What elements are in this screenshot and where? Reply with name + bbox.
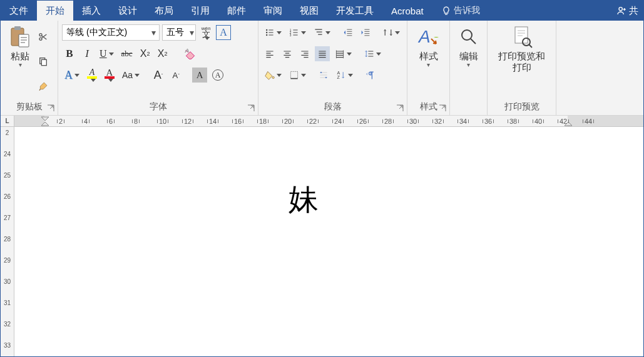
underline-button[interactable]: U — [97, 46, 116, 61]
ruler-tick: 38 — [508, 116, 519, 127]
text-direction-button[interactable] — [381, 25, 402, 40]
styles-icon: A — [417, 24, 440, 49]
paste-button[interactable]: 粘贴 ▾ — [4, 23, 36, 100]
distributed-button[interactable] — [332, 46, 354, 61]
ruler-tick: 18 — [257, 116, 268, 127]
clear-format-button[interactable]: A — [181, 46, 199, 61]
char-border-button[interactable]: A — [216, 25, 231, 40]
editing-button[interactable]: 编辑 ▾ — [454, 23, 483, 101]
show-marks-button[interactable] — [363, 68, 378, 83]
ruler-tick: 30 — [1, 278, 14, 285]
decrease-indent-button[interactable] — [340, 25, 355, 40]
bold-button[interactable]: B — [62, 46, 77, 61]
align-justify-button[interactable] — [315, 46, 330, 61]
ruler-corner: L — [1, 116, 14, 127]
highlight-button[interactable]: A — [84, 68, 100, 83]
print-preview-button[interactable]: 打印预览和打印 — [493, 23, 550, 100]
change-case-button[interactable]: Aa — [120, 68, 142, 83]
styles-button[interactable]: A 样式 ▾ — [412, 23, 445, 100]
ruler-tick: 26 — [1, 193, 14, 200]
svg-point-11 — [266, 34, 267, 36]
tab-home[interactable]: 开始 — [37, 1, 73, 21]
tab-view[interactable]: 视图 — [291, 1, 327, 21]
superscript-button[interactable]: X2 — [155, 46, 170, 61]
svg-text:3: 3 — [290, 34, 292, 37]
ruler-tick: 32 — [432, 116, 444, 127]
align-right-button[interactable] — [297, 46, 312, 61]
tab-acrobat[interactable]: Acrobat — [382, 1, 432, 21]
share-label: 共 — [629, 5, 638, 17]
paste-icon — [9, 24, 31, 49]
font-launcher[interactable] — [247, 104, 255, 113]
svg-rect-7 — [41, 60, 46, 66]
ruler-tick: 27 — [1, 214, 14, 221]
line-spacing-button[interactable] — [362, 46, 384, 61]
paragraph-launcher[interactable] — [396, 104, 404, 113]
group-label-print: 打印预览 — [488, 100, 556, 115]
italic-button[interactable]: I — [79, 46, 95, 61]
tab-file[interactable]: 文件 — [1, 1, 37, 21]
vertical-ruler[interactable]: 224252627282930313233 — [1, 127, 14, 357]
grow-font-button[interactable]: Aˆ — [151, 68, 166, 83]
font-name-combo[interactable]: 等线 (中文正文)▾ — [62, 24, 160, 41]
text-effects-button[interactable]: A — [62, 68, 82, 83]
align-left-button[interactable] — [262, 46, 277, 61]
font-size-combo[interactable]: 五号▾ — [162, 24, 196, 41]
tab-review[interactable]: 审阅 — [255, 1, 291, 21]
bullets-button[interactable] — [262, 25, 284, 40]
tell-me-label: 告诉我 — [454, 5, 480, 16]
clipboard-launcher[interactable] — [46, 104, 55, 113]
strike-button[interactable]: abc — [119, 46, 135, 61]
share-button[interactable]: 共 — [611, 1, 643, 21]
group-print-preview: 打印预览和打印 打印预览 — [488, 21, 556, 115]
increase-indent-button[interactable] — [358, 25, 373, 40]
enclose-char-button[interactable]: A — [210, 68, 226, 83]
char-shading-button[interactable]: A — [192, 68, 207, 83]
lightbulb-icon — [441, 6, 451, 16]
shading-button[interactable] — [262, 68, 284, 83]
font-name-value: 等线 (中文正文) — [63, 27, 148, 38]
format-painter-button[interactable] — [36, 79, 51, 94]
svg-text:Z: Z — [337, 74, 340, 80]
group-editing: 编辑 ▾ — [450, 21, 488, 115]
sort-button[interactable]: AZ — [334, 68, 355, 83]
group-styles: A 样式 ▾ 样式 — [407, 21, 450, 115]
paintbrush-icon — [38, 81, 48, 91]
left-indent-marker[interactable] — [41, 116, 49, 126]
svg-point-15 — [272, 76, 274, 78]
borders-button[interactable] — [287, 68, 309, 83]
tab-mailings[interactable]: 邮件 — [218, 1, 255, 21]
launcher-icon — [247, 104, 255, 113]
multilevel-list-button[interactable] — [311, 25, 333, 40]
svg-point-0 — [619, 8, 622, 11]
tab-references[interactable]: 引用 — [182, 1, 218, 21]
snap-to-grid-button[interactable] — [316, 68, 331, 83]
cut-button[interactable] — [36, 29, 51, 44]
document-page[interactable]: 妹 — [26, 129, 643, 357]
multilevel-icon — [314, 28, 324, 38]
shrink-font-button[interactable]: Aˇ — [168, 68, 183, 83]
svg-point-9 — [266, 29, 267, 31]
phonetic-guide-button[interactable]: wén文 — [198, 25, 213, 40]
ruler-tick: 2 — [57, 116, 64, 127]
ruler-tick: 24 — [1, 151, 14, 158]
indent-icon — [360, 28, 371, 38]
numbering-button[interactable]: 123 — [287, 25, 309, 40]
font-color-button[interactable]: A — [102, 68, 117, 83]
ruler-tick: 44 — [583, 116, 594, 127]
tab-developer[interactable]: 开发工具 — [327, 1, 382, 21]
ruler-tick: 28 — [1, 236, 14, 243]
grid-align-icon — [319, 70, 329, 80]
styles-launcher[interactable] — [438, 104, 447, 113]
tab-insert[interactable]: 插入 — [73, 1, 110, 21]
tab-layout[interactable]: 布局 — [146, 1, 182, 21]
subscript-button[interactable]: X2 — [138, 46, 153, 61]
document-text: 妹 — [289, 179, 319, 219]
horizontal-ruler[interactable]: 2468101214161820222426283032343638404244 — [14, 116, 643, 127]
copy-button[interactable] — [36, 54, 51, 69]
tell-me-search[interactable]: 告诉我 — [432, 1, 489, 21]
tab-design[interactable]: 设计 — [110, 1, 146, 21]
group-font: 等线 (中文正文)▾ 五号▾ wén文 A B I U abc X2 X2 A … — [58, 21, 258, 115]
align-center-button[interactable] — [280, 46, 295, 61]
align-justify-icon — [317, 49, 327, 59]
